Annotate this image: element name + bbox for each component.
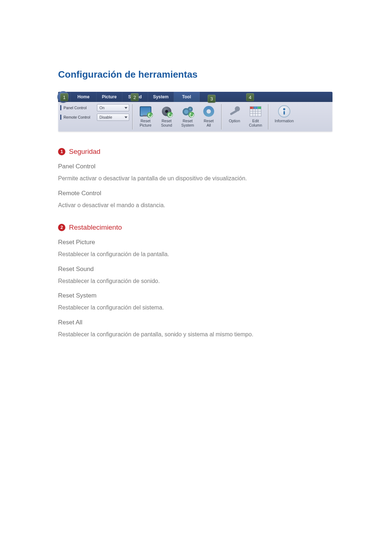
panel-control-select[interactable]: On [97, 104, 129, 111]
remote-control-value: Disable [99, 115, 112, 119]
tab-tool[interactable]: Tool [174, 92, 200, 102]
callout-1: 1 [60, 93, 68, 101]
reset-system-icon [183, 107, 193, 116]
tool-toolbar: 1 2 3 4 Home Picture Sound System Tool P… [58, 92, 332, 132]
reset-picture-head: Reset Picture [58, 239, 334, 246]
tab-home-label: Home [77, 94, 89, 99]
remote-control-body: Activar o desactivar el mando a distanci… [58, 201, 334, 209]
option-label: Option [229, 119, 240, 123]
separator [221, 104, 222, 130]
panel-control-value: On [99, 106, 105, 110]
reset-all-head: Reset All [58, 319, 334, 326]
edit-column-button[interactable]: EditColumn [246, 104, 265, 130]
chevron-down-icon [124, 107, 127, 109]
option-button[interactable]: Option [225, 104, 244, 130]
reset-picture-body: Restablecer la configuración de la panta… [58, 250, 334, 258]
reset-sound-icon [162, 107, 171, 116]
callout-3: 3 [208, 95, 216, 103]
grid-icon [250, 106, 261, 116]
information-button[interactable]: Information [272, 104, 297, 130]
reset-sound-button[interactable]: ResetSound [157, 104, 176, 130]
chevron-down-icon [124, 116, 127, 118]
reset-picture-l2: Picture [140, 123, 152, 127]
marker-icon [60, 105, 61, 110]
reset-all-button[interactable]: ResetAll [199, 104, 218, 130]
section-2-header: 2 Restablecimiento [58, 223, 334, 231]
section-1-header: 1 Seguridad [58, 148, 334, 156]
reset-all-l2: All [204, 123, 213, 127]
remote-control-select[interactable]: Disable [97, 114, 129, 121]
reset-system-head: Reset System [58, 292, 334, 299]
separator [132, 104, 133, 130]
reset-system-l1: Reset [183, 119, 192, 123]
information-label: Information [275, 119, 294, 123]
marker-icon [60, 115, 61, 120]
group-information: Information [270, 102, 299, 132]
reset-picture-l1: Reset [140, 119, 150, 123]
panel-control-label: Panel Control [64, 106, 95, 110]
reset-system-body: Restablecer la configuración del sistema… [58, 304, 334, 312]
panel-control-head: Panel Control [58, 163, 334, 170]
toolbar-tabs: Home Picture Sound System Tool [58, 92, 332, 102]
section-2-badge: 2 [58, 224, 65, 231]
reset-all-icon [203, 106, 214, 117]
reset-all-body: Restablecer la configuración de pantalla… [58, 331, 334, 338]
callout-2: 2 [131, 93, 139, 101]
reset-picture-button[interactable]: ResetPicture [136, 104, 155, 130]
tab-home[interactable]: Home [71, 92, 97, 102]
tab-system[interactable]: System [148, 92, 174, 102]
remote-control-label: Remote Control [64, 115, 95, 119]
tab-system-label: System [153, 94, 169, 99]
section-2-title: Restablecimiento [69, 223, 122, 231]
group-security: Panel Control On Remote Control Disable [58, 102, 131, 132]
edit-column-l2: Column [249, 123, 262, 127]
reset-all-l1: Reset [204, 119, 213, 123]
callout-4: 4 [246, 93, 254, 101]
section-1-title: Seguridad [69, 148, 101, 156]
page-title: Configuración de herramientas [58, 69, 334, 80]
separator [268, 104, 269, 130]
reset-sound-body: Restablecer la configuración de sonido. [58, 277, 334, 285]
reset-system-l2: System [181, 123, 194, 127]
group-reset: ResetPicture ResetSound ResetSystem Rese… [134, 102, 220, 132]
remote-control-head: Remote Control [58, 190, 334, 197]
panel-control-body: Permite activar o desactivar la pantalla… [58, 175, 334, 182]
section-1-badge: 1 [58, 148, 65, 155]
reset-sound-l1: Reset [162, 119, 171, 123]
tab-tool-label: Tool [182, 94, 191, 99]
reset-picture-icon [140, 106, 151, 116]
info-icon [278, 105, 290, 118]
edit-column-l1: Edit [252, 119, 259, 123]
tab-picture-label: Picture [102, 94, 117, 99]
reset-sound-head: Reset Sound [58, 266, 334, 273]
tab-picture[interactable]: Picture [97, 92, 122, 102]
wrench-icon [229, 106, 240, 116]
group-options: Option EditColumn [223, 102, 267, 132]
reset-system-button[interactable]: ResetSystem [178, 104, 197, 130]
reset-sound-l2: Sound [161, 123, 172, 127]
